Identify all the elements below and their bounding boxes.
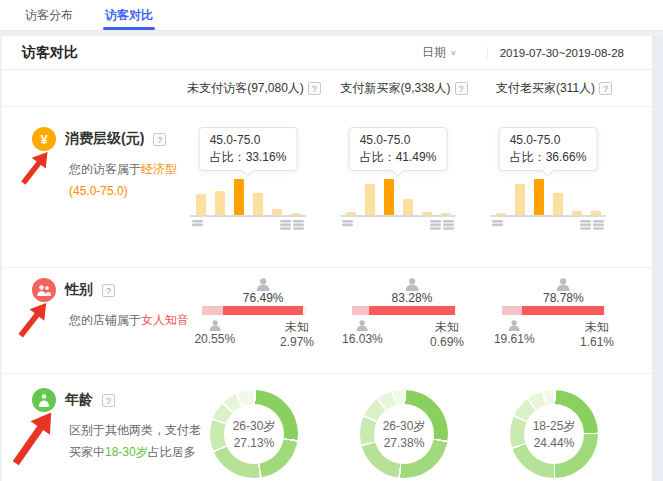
consumption-chart-new-buyers[interactable]: 45.0-75.0 占比：41.49% (329, 107, 479, 267)
section-consumption-level: ¥ 消费层级(元) ? 您的访客属于经济型(45.0-75.0) 45.0-75… (2, 107, 652, 268)
unknown-label: 未知 (580, 320, 614, 335)
bar-tooltip: 45.0-75.0 占比：36.66% (499, 127, 598, 171)
unknown-label: 未知 (430, 320, 464, 335)
tooltip-range: 45.0-75.0 (360, 132, 437, 149)
bar (496, 213, 506, 215)
help-icon[interactable]: ? (102, 394, 115, 407)
chevron-down-icon: ∨ (450, 49, 457, 57)
donut-center-value: 24.44% (534, 436, 575, 450)
male-icon (508, 320, 521, 331)
bar-chart-wrap (190, 179, 306, 231)
date-range-value[interactable]: 2019-07-30~2019-08-28 (487, 47, 624, 59)
help-icon[interactable]: ? (599, 82, 612, 95)
consumption-bar-chart[interactable] (490, 179, 606, 215)
female-percent: 76.49% (243, 292, 284, 305)
yuan-icon: ¥ (32, 127, 56, 151)
bar (365, 184, 375, 215)
coins-row (490, 219, 606, 231)
annotation-arrow-icon (13, 407, 55, 467)
female-share: 83.28% (392, 278, 433, 305)
coin-stack-large-icon (430, 219, 454, 231)
tab-visitor-compare[interactable]: 访客对比 (103, 0, 155, 30)
consumption-chart-returning-buyers[interactable]: 45.0-75.0 占比：36.66% (479, 107, 629, 267)
bar (515, 184, 525, 215)
age-chart-new-buyers[interactable]: 26-30岁 27.38% (329, 374, 479, 481)
bar-chart-wrap (340, 179, 456, 231)
bar (591, 211, 601, 215)
unknown-share: 未知 2.97% (280, 320, 314, 350)
axis-line (190, 215, 306, 217)
tab-label: 访客对比 (105, 7, 153, 24)
annotation-arrow-icon (15, 149, 55, 187)
consumption-chart-unpaid[interactable]: 45.0-75.0 占比：33.16% (179, 107, 329, 267)
help-icon[interactable]: ? (102, 284, 115, 297)
gender-bar-chart: 76.49% 20.55% 未知 2.97% (202, 278, 306, 348)
people-icon (32, 278, 56, 302)
bar (403, 199, 413, 215)
donut-center-value: 27.38% (384, 436, 425, 450)
age-chart-unpaid[interactable]: 26-30岁 27.13% (179, 374, 329, 481)
tooltip-label: 占比： (360, 150, 396, 164)
bar (234, 179, 244, 215)
donut-center: 18-25岁 24.44% (524, 404, 584, 464)
gender-stacked-bar (352, 306, 456, 315)
bar (422, 212, 432, 215)
female-icon (256, 278, 271, 291)
male-icon (356, 320, 369, 331)
coin-stack-small-icon (492, 219, 503, 227)
tab-visitor-distribution[interactable]: 访客分布 (23, 0, 75, 30)
main-panel: 访客对比 日期 ∨ 2019-07-30~2019-08-28 未支付访客(97… (2, 36, 652, 481)
donut-center-label: 26-30岁 (383, 419, 426, 433)
gender-row-label: 性别 ? 您的店铺属于女人知音 (2, 268, 179, 373)
bar (553, 193, 563, 215)
male-percent: 19.61% (494, 333, 535, 346)
consumption-bar-chart[interactable] (190, 179, 306, 215)
gender-chart-returning-buyers[interactable]: 78.78% 19.61% 未知 1.61% (479, 268, 629, 373)
row-title-consumption: 消费层级(元) (65, 130, 144, 148)
panel-header: 访客对比 日期 ∨ 2019-07-30~2019-08-28 (2, 36, 652, 70)
help-icon[interactable]: ? (455, 82, 468, 95)
date-filter-dropdown[interactable]: 日期 ∨ (422, 44, 457, 61)
date-filter-label: 日期 (422, 44, 446, 61)
help-icon[interactable]: ? (153, 133, 166, 146)
female-icon (556, 278, 571, 291)
age-donut-chart: 26-30岁 27.13% (210, 390, 298, 478)
bar (291, 213, 301, 215)
consumption-bar-chart[interactable] (340, 179, 456, 215)
tooltip-label: 占比： (210, 150, 246, 164)
desc-text: 您的店铺属于 (69, 313, 141, 327)
age-chart-returning-buyers[interactable]: 18-25岁 24.44% (479, 374, 629, 481)
female-segment (369, 306, 456, 315)
male-share: 16.03% (342, 320, 383, 346)
gender-chart-unpaid[interactable]: 76.49% 20.55% 未知 2.97% (179, 268, 329, 373)
consumption-row-label: ¥ 消费层级(元) ? 您的访客属于经济型(45.0-75.0) (2, 107, 179, 267)
visitor-compare-page: 访客分布 访客对比 访客对比 日期 ∨ 2019-07-30~2019-08-2… (0, 0, 663, 481)
gender-bar-chart: 83.28% 16.03% 未知 0.69% (352, 278, 456, 348)
bar (441, 213, 451, 215)
tooltip-range: 45.0-75.0 (510, 132, 587, 149)
male-percent: 16.03% (342, 333, 383, 346)
bar (215, 191, 225, 215)
page-scroll-gutter[interactable] (652, 36, 663, 481)
bar (272, 209, 282, 215)
unknown-share: 未知 1.61% (580, 320, 614, 350)
gender-chart-new-buyers[interactable]: 83.28% 16.03% 未知 0.69% (329, 268, 479, 373)
age-row-label: 年龄 ? 区别于其他两类，支付老买家中18-30岁占比居多 (2, 374, 179, 481)
coin-stack-large-icon (280, 219, 304, 231)
female-segment (223, 306, 303, 315)
section-gender: 性别 ? 您的店铺属于女人知音 76.49% (2, 268, 652, 374)
coins-row (340, 219, 456, 231)
bar (534, 179, 544, 215)
unknown-percent: 1.61% (580, 335, 614, 350)
female-percent: 83.28% (392, 292, 433, 305)
column-header-new-buyers: 支付新买家(9,338人) ? (329, 80, 479, 97)
date-area: 日期 ∨ 2019-07-30~2019-08-28 (422, 44, 624, 61)
donut-center: 26-30岁 27.13% (224, 404, 284, 464)
page-title: 访客对比 (22, 44, 78, 62)
donut-center-label: 26-30岁 (233, 419, 276, 433)
male-segment (502, 306, 522, 315)
male-icon (208, 320, 221, 331)
male-segment (352, 306, 369, 315)
help-icon[interactable]: ? (308, 82, 321, 95)
axis-line (490, 215, 606, 217)
